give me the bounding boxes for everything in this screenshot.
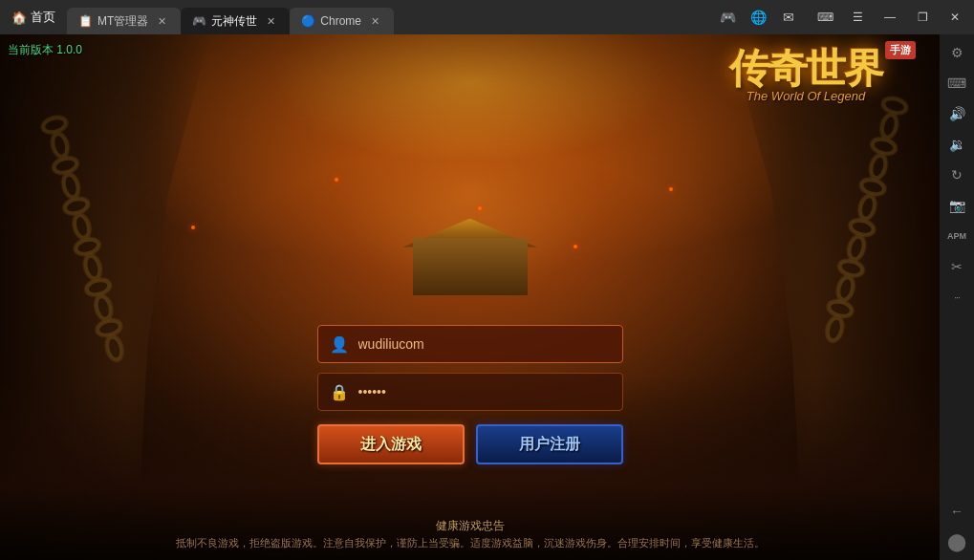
titlebar: 🏠 首页 📋 MT管理器 ✕ 🎮 元神传世 ✕ 🔵 Chrome ✕ 🎮 🌐 ✉…: [0, 0, 974, 34]
password-input-group: 🔒: [317, 373, 623, 411]
ember: [478, 206, 482, 210]
home-icon: 🏠: [11, 11, 27, 25]
mail-icon[interactable]: ✉: [775, 4, 802, 31]
register-button[interactable]: 用户注册: [476, 424, 623, 464]
chrome-icon: 🔵: [301, 14, 314, 28]
yuanshen-label: 元神传世: [211, 13, 257, 30]
menu-btn[interactable]: ☰: [842, 2, 873, 32]
close-btn[interactable]: ✕: [940, 2, 970, 32]
titlebar-right-icons: 🎮 🌐 ✉: [706, 4, 810, 31]
login-buttons: 进入游戏 用户注册: [317, 424, 623, 464]
mt-manager-close[interactable]: ✕: [154, 13, 169, 29]
login-form: 👤 🔒 进入游戏 用户注册: [317, 325, 623, 464]
yuanshen-icon: 🎮: [192, 14, 206, 28]
username-input-group: 👤: [317, 325, 623, 363]
keyboard-btn[interactable]: ⌨: [810, 2, 840, 32]
password-input[interactable]: [358, 384, 611, 399]
chrome-label: Chrome: [320, 14, 361, 28]
lock-icon: 🔒: [330, 383, 349, 401]
disclaimer: 健康游戏忠告 抵制不良游戏，拒绝盗版游戏。注意自我保护，谨防上当受骗。适度游戏益…: [0, 518, 940, 550]
chain-link: [102, 334, 126, 364]
settings-btn[interactable]: ⚙: [942, 38, 971, 67]
tab-mt-manager[interactable]: 📋 MT管理器 ✕: [67, 8, 181, 34]
back-sidebar-btn[interactable]: ←: [942, 497, 971, 526]
chain-link: [823, 314, 847, 345]
right-sidebar: ⚙ ⌨ 🔊 🔉 ↻ 📷 APM ✂ ··· ← ⬤: [940, 34, 974, 560]
globe-icon[interactable]: 🌐: [745, 4, 771, 31]
game-logo: 传奇世界 手游 The World Of Legend: [729, 49, 882, 103]
home-circle-btn[interactable]: ⬤: [942, 528, 971, 556]
window-controls: ⌨ ☰ — ❐ ✕: [810, 2, 974, 32]
restore-btn[interactable]: ❐: [907, 2, 938, 32]
tab-chrome[interactable]: 🔵 Chrome ✕: [290, 8, 394, 34]
ember: [335, 178, 338, 182]
volume-down-btn[interactable]: 🔉: [942, 130, 971, 159]
yuanshen-close[interactable]: ✕: [263, 13, 278, 29]
logo-subtitle: The World Of Legend: [729, 89, 882, 103]
tab-yuanshen[interactable]: 🎮 元神传世 ✕: [181, 8, 290, 34]
temple: [413, 219, 528, 295]
screenshot-btn[interactable]: 📷: [942, 191, 971, 220]
enter-game-button[interactable]: 进入游戏: [317, 424, 465, 464]
disclaimer-title: 健康游戏忠告: [19, 518, 920, 534]
user-icon: 👤: [330, 335, 349, 354]
main-area: 当前版本 1.0.0 传奇世界 手游 The World Of Legend 👤: [0, 34, 974, 560]
ember: [191, 226, 195, 229]
logo-mobile-tag: 手游: [885, 41, 916, 59]
home-tab-label: 首页: [31, 9, 55, 26]
volume-up-btn[interactable]: 🔊: [942, 99, 971, 128]
mt-manager-label: MT管理器: [97, 13, 148, 30]
gamepad-icon[interactable]: 🎮: [714, 4, 741, 31]
more-btn[interactable]: ···: [942, 283, 971, 312]
disclaimer-text: 抵制不良游戏，拒绝盗版游戏。注意自我保护，谨防上当受骗。适度游戏益脑，沉迷游戏伤…: [19, 536, 920, 550]
mt-manager-icon: 📋: [78, 14, 92, 28]
version-text: 当前版本 1.0.0: [8, 42, 82, 58]
rotate-btn[interactable]: ↻: [942, 161, 971, 189]
logo-main-text: 传奇世界: [729, 49, 882, 89]
tab-home[interactable]: 🏠 首页: [0, 0, 67, 34]
ember: [574, 245, 577, 248]
ember: [669, 187, 673, 191]
chrome-close[interactable]: ✕: [367, 13, 382, 29]
tab-bar: 🏠 首页 📋 MT管理器 ✕ 🎮 元神传世 ✕ 🔵 Chrome ✕: [0, 0, 706, 34]
game-viewport: 当前版本 1.0.0 传奇世界 手游 The World Of Legend 👤: [0, 34, 940, 560]
scissors-btn[interactable]: ✂: [942, 252, 971, 281]
keyboard-sidebar-btn[interactable]: ⌨: [942, 69, 971, 97]
temple-body: [413, 238, 528, 295]
username-input[interactable]: [358, 336, 611, 352]
minimize-btn[interactable]: —: [875, 2, 905, 32]
apm-btn[interactable]: APM: [942, 222, 971, 250]
